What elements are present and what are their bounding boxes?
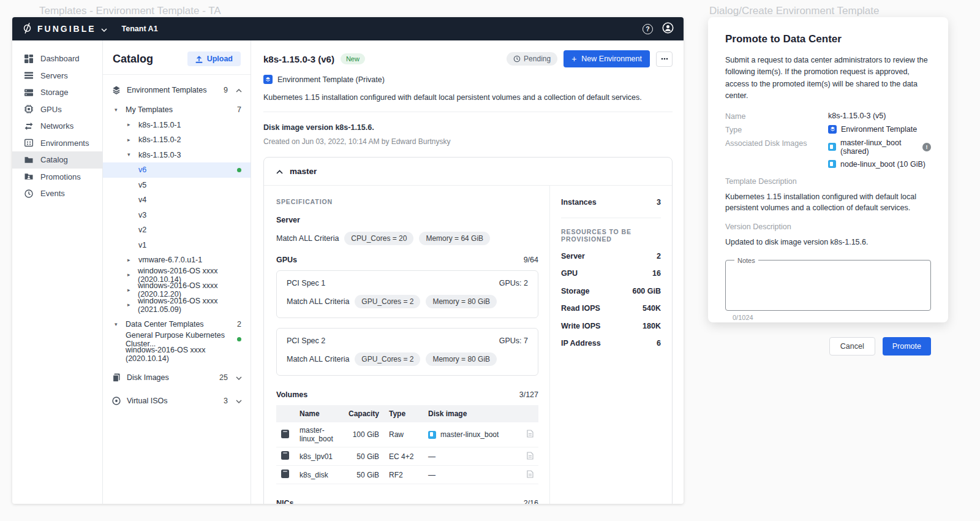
chevron-down-icon[interactable] bbox=[236, 397, 242, 405]
chevron-down-icon bbox=[101, 23, 107, 34]
template-description-label: Template Description bbox=[725, 177, 931, 186]
match-criteria-label: Match ALL Criteria bbox=[276, 234, 339, 243]
caret-right-icon[interactable]: ▸ bbox=[127, 287, 133, 293]
sidebar-item-events[interactable]: Events bbox=[12, 185, 102, 202]
caret-right-icon[interactable]: ▸ bbox=[127, 122, 134, 127]
tree-item-data-center-templates[interactable]: ▾ Data Center Templates 2 bbox=[103, 317, 251, 332]
tree-item-label: windows-2016-OS xxxx (2021.05.09) bbox=[138, 297, 251, 314]
caret-right-icon[interactable]: ▸ bbox=[127, 137, 134, 143]
tree-item-v5[interactable]: v5 bbox=[103, 178, 251, 193]
tree-section-environment-templates[interactable]: Environment Templates 9 bbox=[103, 82, 251, 98]
tree-item-v4[interactable]: v4 bbox=[103, 192, 251, 208]
caret-down-icon[interactable]: ▾ bbox=[115, 107, 121, 113]
disk-images-icon bbox=[111, 373, 121, 382]
caret-down-icon[interactable]: ▾ bbox=[115, 322, 121, 327]
dashboard-icon bbox=[24, 54, 34, 64]
tree-section-disk-images[interactable]: Disk Images 25 bbox=[103, 370, 251, 386]
catalog-folder-icon bbox=[24, 155, 34, 165]
tree-item-label: v4 bbox=[138, 196, 146, 204]
new-environment-button[interactable]: + New Environment bbox=[564, 50, 650, 67]
sidebar-item-storage[interactable]: Storage bbox=[12, 84, 102, 101]
sidebar-item-environments[interactable]: Environments bbox=[12, 135, 102, 152]
tree-item-windows-2020-12-20[interactable]: ▸ windows-2016-OS xxxx (2020.12.20) bbox=[103, 283, 251, 298]
brand-menu[interactable]: FUNGIBLE bbox=[22, 21, 107, 37]
sidebar-item-catalog[interactable]: Catalog bbox=[12, 151, 102, 169]
caret-right-icon[interactable]: ▸ bbox=[127, 302, 133, 308]
volume-icon bbox=[281, 470, 289, 478]
sidebar-item-gpus[interactable]: GPUs bbox=[12, 101, 102, 118]
catalog-panel: Catalog Upload Environment Templates 9 ▾… bbox=[103, 40, 251, 504]
col-name: Name bbox=[295, 405, 340, 422]
tree-section-count: 25 bbox=[219, 373, 228, 382]
active-version-dot bbox=[237, 337, 241, 341]
pci-spec-name: PCI Spec 2 bbox=[287, 337, 325, 345]
notes-input[interactable] bbox=[731, 265, 925, 303]
more-actions-button[interactable] bbox=[656, 51, 673, 67]
criteria-chip: CPU_Cores = 20 bbox=[344, 232, 413, 245]
tree-item-windows-2020-10-14[interactable]: ▸ windows-2016-OS xxxx (2020.10.14) bbox=[103, 268, 251, 283]
tree-section-count: 9 bbox=[224, 86, 228, 94]
pci-spec-card: PCI Spec 1 GPUs: 2 Match ALL Criteria GP… bbox=[276, 270, 538, 318]
environment-template-icon bbox=[263, 75, 273, 84]
chevron-down-icon[interactable] bbox=[236, 373, 242, 382]
criteria-chip: GPU_Cores = 2 bbox=[355, 352, 420, 366]
upload-button[interactable]: Upload bbox=[187, 51, 241, 66]
tree-item-v1[interactable]: v1 bbox=[103, 238, 251, 253]
match-criteria-label: Match ALL Criteria bbox=[287, 355, 349, 363]
tree-item-windows-dc-2020-10-14[interactable]: windows-2016-OS xxxx (2020.10.14) bbox=[103, 347, 251, 362]
caret-right-icon[interactable]: ▸ bbox=[127, 257, 134, 263]
fungible-logo-icon bbox=[22, 21, 32, 37]
specification-label: SPECIFICATION bbox=[276, 198, 538, 205]
resources-label: RESOURCES TO BE PROVISIONED bbox=[561, 228, 661, 243]
dialog-body-text: Submit a request to data center administ… bbox=[725, 55, 931, 102]
tree-item-k8s-1-15-0-2[interactable]: ▸ k8s-1.15.0-2 bbox=[103, 132, 251, 148]
tree-item-v6-selected[interactable]: v6 bbox=[103, 162, 251, 178]
storage-icon bbox=[24, 88, 34, 97]
gpu-chip-icon bbox=[24, 104, 34, 114]
tree-item-v2[interactable]: v2 bbox=[103, 222, 251, 238]
tree-item-k8s-1-15-0-3[interactable]: ▾ k8s-1.15.0-3 bbox=[103, 148, 251, 163]
server-heading: Server bbox=[276, 216, 300, 224]
sidebar-item-dashboard[interactable]: Dashboard bbox=[12, 50, 102, 67]
resource-row: GPU 16 bbox=[561, 269, 661, 278]
cancel-button[interactable]: Cancel bbox=[829, 337, 875, 356]
chevron-up-icon[interactable] bbox=[236, 86, 242, 94]
environment-template-icon bbox=[828, 125, 837, 134]
user-avatar-icon[interactable] bbox=[662, 22, 674, 36]
volume-row[interactable]: k8s_disk 50 GiB RF2 — bbox=[276, 466, 538, 484]
tree-section-virtual-isos[interactable]: Virtual ISOs 3 bbox=[103, 393, 251, 409]
tree-item-label: k8s-1.15.0-1 bbox=[138, 121, 181, 129]
sidebar-item-networks[interactable]: Networks bbox=[12, 118, 102, 135]
master-group-header[interactable]: master bbox=[264, 158, 672, 186]
tree-item-k8s-1-15-0-1[interactable]: ▸ k8s-1.15.0-1 bbox=[103, 118, 251, 133]
associated-disk-1: master-linux_boot (shared) bbox=[840, 139, 918, 156]
document-icon[interactable] bbox=[527, 430, 533, 438]
caret-down-icon[interactable]: ▾ bbox=[127, 152, 134, 158]
tree-item-my-templates[interactable]: ▾ My Templates 7 bbox=[103, 102, 251, 118]
tree-item-label: v2 bbox=[138, 226, 146, 234]
volume-row[interactable]: master-linux_boot 100 GiB Raw master-lin… bbox=[276, 422, 538, 447]
tenant-label: Tenant A1 bbox=[122, 25, 158, 33]
volume-row[interactable]: k8s_lpv01 50 GiB EC 4+2 — bbox=[276, 447, 538, 466]
field-type-value: Environment Template bbox=[841, 125, 917, 134]
caret-right-icon[interactable]: ▸ bbox=[127, 272, 133, 278]
notes-label: Notes bbox=[734, 257, 758, 264]
volume-disk-image: master-linux_boot bbox=[440, 430, 499, 439]
document-icon[interactable] bbox=[527, 452, 533, 460]
tree-item-v3[interactable]: v3 bbox=[103, 208, 251, 223]
sidebar-item-promotions[interactable]: Promotions bbox=[12, 169, 102, 186]
info-icon[interactable]: ! bbox=[922, 143, 931, 151]
tree-item-general-purpose-cluster[interactable]: General Purpose Kubernetes Cluster... bbox=[103, 332, 251, 348]
nics-count: 2/16 bbox=[524, 499, 538, 504]
promote-button[interactable]: Promote bbox=[883, 337, 931, 356]
chevron-up-icon[interactable] bbox=[276, 167, 283, 176]
version-description-text: Updated to disk image version k8s-1.15.6… bbox=[725, 237, 931, 248]
document-icon[interactable] bbox=[527, 470, 533, 478]
sidebar-item-label: Environments bbox=[40, 139, 89, 148]
help-icon[interactable]: ? bbox=[643, 24, 653, 34]
version-note: Disk image version k8s-1.15.6. bbox=[263, 123, 673, 132]
sidebar-item-servers[interactable]: Servers bbox=[12, 67, 102, 85]
promote-dialog: Promote to Data Center Submit a request … bbox=[708, 17, 948, 322]
tree-item-vmware[interactable]: ▸ vmware-6.7.0.u1-1 bbox=[103, 253, 251, 268]
tree-item-windows-2021-05-09[interactable]: ▸ windows-2016-OS xxxx (2021.05.09) bbox=[103, 298, 251, 313]
